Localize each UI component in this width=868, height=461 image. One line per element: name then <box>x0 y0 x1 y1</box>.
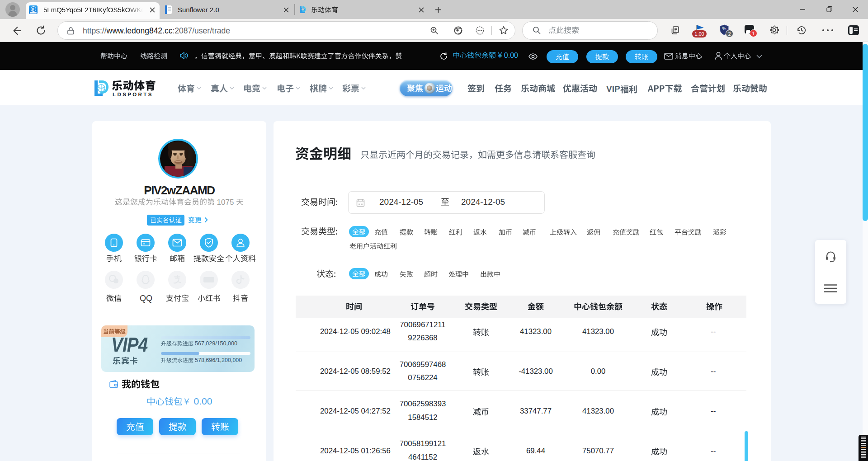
svg-text:%: % <box>722 26 726 31</box>
